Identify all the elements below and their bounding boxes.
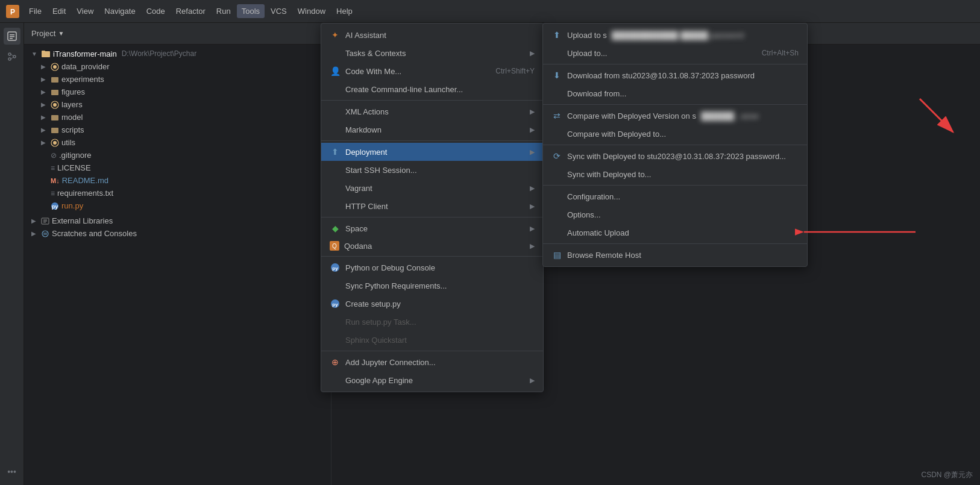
tree-item-data-provider[interactable]: ▶ data_provider xyxy=(24,60,331,73)
menu-navigate[interactable]: Navigate xyxy=(99,4,140,18)
menu-item-space[interactable]: ◆ Space ▶ xyxy=(321,219,543,237)
submenu-item-sync-deployed-stu[interactable]: ⟳ Sync with Deployed to stu2023@10.31.08… xyxy=(543,147,807,165)
add-jupyter-label: Add Jupyter Connection... xyxy=(345,358,436,367)
ai-assistant-label: AI Assistant xyxy=(345,31,386,40)
menu-item-google-app-engine[interactable]: Google App Engine ▶ xyxy=(321,371,543,389)
menu-edit[interactable]: Edit xyxy=(48,4,71,18)
tree-item-scratches[interactable]: ▶ Scratches and Consoles xyxy=(24,227,331,240)
submenu-item-sync-deployed-to[interactable]: Sync with Deployed to... xyxy=(543,165,807,183)
scratches-icon xyxy=(41,230,49,238)
menu-item-sync-python-req[interactable]: Sync Python Requirements... xyxy=(321,277,543,295)
expand-scripts: ▶ xyxy=(41,127,48,133)
menu-item-start-ssh[interactable]: Start SSH Session... xyxy=(321,161,543,179)
tree-item-scripts[interactable]: ▶ scripts xyxy=(24,124,331,136)
expand-layers: ▶ xyxy=(41,101,48,108)
submenu-item-configuration[interactable]: Configuration... xyxy=(543,187,807,205)
requirements-icon: ≡ xyxy=(51,189,55,198)
expand-figures: ▶ xyxy=(41,89,48,95)
submenu-item-upload-to[interactable]: Upload to... Ctrl+Alt+Sh xyxy=(543,44,807,62)
folder-model-label: model xyxy=(61,113,83,122)
menu-vcs[interactable]: VCS xyxy=(266,4,292,18)
menu-item-ai-assistant[interactable]: ✦ AI Assistant xyxy=(321,26,543,44)
submenu-item-options[interactable]: Options... xyxy=(543,205,807,224)
tree-item-gitignore[interactable]: ▶ ⊘ .gitignore xyxy=(24,149,331,161)
menu-window[interactable]: Window xyxy=(293,4,330,18)
svg-point-6 xyxy=(8,53,11,55)
tree-root[interactable]: ▼ iTransformer-main D:\Work\Project\Pych… xyxy=(24,47,331,60)
tree-item-experiments[interactable]: ▶ experiments xyxy=(24,73,331,86)
upload-to-s-icon: ⬆ xyxy=(551,30,562,40)
tree-item-model[interactable]: ▶ model xyxy=(24,111,331,124)
submenu-item-compare-deployed-s[interactable]: ⇄ Compare with Deployed Version on s ███… xyxy=(543,107,807,125)
menu-file[interactable]: File xyxy=(24,4,46,18)
vagrant-arrow: ▶ xyxy=(530,184,535,192)
run-setup-task-label: Run setup.py Task... xyxy=(345,318,416,327)
create-setup-label: Create setup.py xyxy=(345,299,401,308)
submenu-item-compare-deployed-to[interactable]: Compare with Deployed to... xyxy=(543,125,807,143)
structure-icon[interactable] xyxy=(4,48,20,65)
submenu-item-browse-remote-host[interactable]: ▤ Browse Remote Host xyxy=(543,246,807,264)
scratches-label: Scratches and Consoles xyxy=(52,229,137,238)
menu-item-vagrant[interactable]: Vagrant ▶ xyxy=(321,179,543,197)
start-ssh-label: Start SSH Session... xyxy=(345,166,417,175)
upload-to-shortcut: Ctrl+Alt+Sh xyxy=(762,49,799,57)
svg-rect-3 xyxy=(10,34,14,36)
menu-item-tasks-contexts[interactable]: Tasks & Contexts ▶ xyxy=(321,44,543,62)
submenu-item-upload-to-s[interactable]: ⬆ Upload to s ████████████ █████ passwor… xyxy=(543,26,807,44)
sync-python-icon xyxy=(330,280,341,291)
menubar: File Edit View Navigate Code Refactor Ru… xyxy=(24,4,357,18)
expand-experiments: ▶ xyxy=(41,76,48,83)
folder-experiments-icon xyxy=(51,75,59,84)
sync-deployed-to-label: Sync with Deployed to... xyxy=(567,170,651,179)
submenu-item-automatic-upload[interactable]: Automatic Upload xyxy=(543,224,807,242)
tree-item-license[interactable]: ▶ ≡ LICENSE xyxy=(24,161,331,174)
expand-external-libs: ▶ xyxy=(31,217,39,224)
menu-code[interactable]: Code xyxy=(142,4,170,18)
submenu-item-download-from-stu[interactable]: ⬇ Download from stu2023@10.31.08.37:2023… xyxy=(543,66,807,84)
menu-item-code-with-me[interactable]: 👤 Code With Me... Ctrl+Shift+Y xyxy=(321,62,543,80)
menu-refactor[interactable]: Refactor xyxy=(171,4,210,18)
tree-item-utils[interactable]: ▶ utils xyxy=(24,136,331,149)
tree-item-figures[interactable]: ▶ figures xyxy=(24,86,331,98)
python-console-icon: py xyxy=(330,262,341,273)
svg-line-9 xyxy=(11,54,13,56)
project-icon[interactable] xyxy=(4,28,20,45)
tree-item-layers[interactable]: ▶ layers xyxy=(24,98,331,111)
google-app-engine-icon xyxy=(330,375,341,386)
menu-item-markdown[interactable]: Markdown ▶ xyxy=(321,120,543,139)
download-from-icon xyxy=(551,88,562,99)
panel-title[interactable]: Project ▼ xyxy=(31,29,64,38)
more-tools-icon[interactable]: ••• xyxy=(4,463,20,480)
svg-rect-15 xyxy=(51,77,58,83)
tree-item-readme[interactable]: ▶ M↓ README.md xyxy=(24,174,331,187)
menu-item-deployment[interactable]: ⬆ Deployment ▶ xyxy=(321,143,543,161)
menu-item-add-jupyter[interactable]: ⊕ Add Jupyter Connection... xyxy=(321,353,543,371)
menu-item-xml-actions[interactable]: XML Actions ▶ xyxy=(321,102,543,120)
menu-view[interactable]: View xyxy=(72,4,98,18)
deployment-arrow: ▶ xyxy=(530,148,535,156)
menu-item-http-client[interactable]: HTTP Client ▶ xyxy=(321,197,543,215)
space-label: Space xyxy=(345,224,368,233)
submenu-sep-1 xyxy=(543,64,807,64)
svg-rect-5 xyxy=(10,38,13,39)
submenu-sep-5 xyxy=(543,243,807,244)
submenu-item-download-from[interactable]: Download from... xyxy=(543,84,807,102)
menu-item-python-console[interactable]: py Python or Debug Console xyxy=(321,258,543,277)
tree-item-external-libs[interactable]: ▶ External Libraries xyxy=(24,214,331,227)
titlebar: P File Edit View Navigate Code Refactor … xyxy=(0,0,980,23)
tree-item-requirements[interactable]: ▶ ≡ requirements.txt xyxy=(24,187,331,199)
menu-help[interactable]: Help xyxy=(331,4,357,18)
compare-deployed-s-label: Compare with Deployed Version on s xyxy=(567,111,696,120)
menu-item-qodana[interactable]: Q Qodana ▶ xyxy=(321,237,543,254)
svg-point-14 xyxy=(53,65,57,69)
code-with-me-icon: 👤 xyxy=(330,66,341,77)
menu-run[interactable]: Run xyxy=(212,4,236,18)
jupyter-icon: ⊕ xyxy=(330,357,341,368)
download-from-stu-label: Download from stu2023@10.31.08.37:2023 p… xyxy=(567,71,755,80)
expand-model: ▶ xyxy=(41,114,48,120)
python-console-label: Python or Debug Console xyxy=(345,263,435,272)
menu-item-create-setup[interactable]: py Create setup.py xyxy=(321,295,543,313)
menu-item-create-launcher[interactable]: Create Command-line Launcher... xyxy=(321,80,543,98)
menu-tools[interactable]: Tools xyxy=(237,4,265,18)
tree-item-runpy[interactable]: ▶ py run.py xyxy=(24,199,331,212)
